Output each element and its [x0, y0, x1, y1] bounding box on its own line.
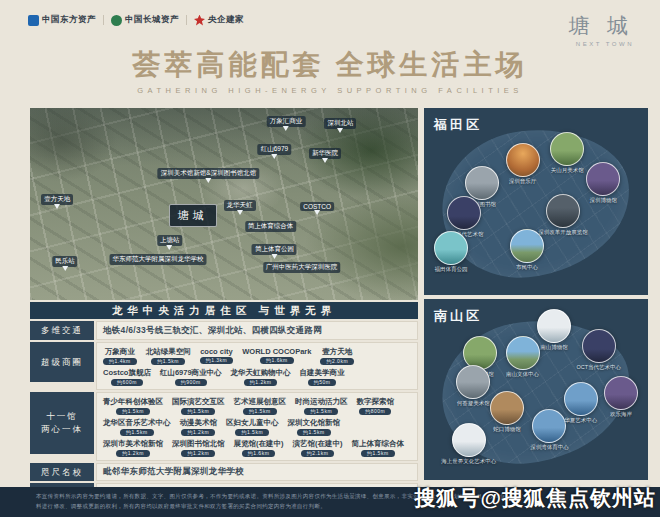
- amenity-item: 北站绿果空间约1.5km: [146, 347, 191, 365]
- china-orient-asset-logo-icon: [28, 15, 39, 26]
- amenity-item: 深圳图书馆北馆约1.2km: [172, 439, 225, 457]
- distance-pill: 约2.1km: [301, 450, 335, 457]
- distance-pill: 约800m: [359, 408, 391, 415]
- amenity-item: 青少年科创体验区约1.5km: [103, 397, 163, 415]
- distance-pill: 约1.2km: [181, 429, 215, 436]
- row-category-label: 多维交通: [30, 321, 94, 340]
- map-poi-label: 龙华天虹: [224, 200, 256, 211]
- map-marker-icon: [271, 154, 277, 162]
- venue-photo: [447, 196, 481, 230]
- table-row: 超级商圈万象商业约1.4km北站绿果空间约1.5kmcoco city约1.3k…: [30, 342, 418, 390]
- venue-label: 深圳音乐厅: [509, 178, 537, 185]
- amenity-name: 简上体育综合体: [352, 439, 405, 449]
- logo-label: 中国长城资产: [125, 14, 179, 26]
- map-marker-icon: [62, 266, 68, 274]
- logo-label: 中国东方资产: [42, 14, 96, 26]
- venue-photo: [546, 194, 580, 228]
- row-category-label: 十一馆 两心一体: [30, 392, 94, 454]
- venue-photo: [456, 365, 490, 399]
- amenity-name: 青少年科创体验区: [103, 397, 163, 407]
- amenity-item: WORLD COCOPark约1.6km: [242, 347, 311, 364]
- map-poi-label: 简上体育综合体: [245, 221, 297, 232]
- central-enterprise-logo-icon: [194, 15, 205, 26]
- venue-label: OCT当代艺术中心: [576, 364, 621, 371]
- distance-pill: 约1.5km: [361, 450, 395, 457]
- map-marker-icon: [205, 178, 211, 186]
- distance-pill: 约1.5km: [243, 408, 277, 415]
- amenity-item: 深圳文化馆新馆约1.5km: [288, 418, 341, 436]
- aerial-map: 万象汇商业深圳北站红山6979新华医院深圳美术馆新馆&深圳图书馆北馆壹方天地龙华…: [30, 108, 418, 300]
- map-marker-icon: [322, 158, 328, 166]
- amenity-item: 区妇女儿童中心约1.5km: [226, 418, 279, 436]
- amenity-name: 艺术巡展创意区: [234, 397, 287, 407]
- venue-photo: [532, 409, 566, 443]
- amenity-item: 红山6979商业中心约900m: [160, 368, 222, 386]
- amenity-item: 数字探索馆约800m: [357, 397, 395, 415]
- map-poi-label: 简上体育公园: [252, 244, 297, 255]
- amenity-item: Costco旗舰店约600m: [103, 368, 151, 386]
- slogan-banner: 龙华中央活力居住区 与世界无界: [30, 302, 418, 319]
- distance-pill: 约1.2km: [244, 379, 278, 386]
- page-subtitle-en: GATHERING HIGH-ENERGY SUPPORTING FACILIT…: [0, 86, 660, 95]
- amenity-name: 北站绿果空间: [146, 347, 191, 357]
- venue-label: 欢乐海岸: [610, 411, 632, 418]
- row-category-label: 咫尺名校: [30, 463, 94, 481]
- watermark: 搜狐号@搜狐焦点钦州站: [415, 484, 656, 512]
- venue-label: 关山月美术馆: [551, 167, 584, 174]
- venue-label: 深圳博物馆: [589, 197, 617, 204]
- distance-pill: 约1.5km: [235, 429, 269, 436]
- china-greatwall-asset-logo-icon: [111, 15, 122, 26]
- china-greatwall-asset-logo: 中国长城资产: [111, 14, 179, 26]
- venue-photo: [465, 166, 499, 200]
- amenity-name: 数字探索馆: [357, 397, 395, 407]
- amenity-name: 龙华区音乐艺术中心: [103, 418, 171, 428]
- row-text: 毗邻华东师范大学附属深圳龙华学校: [103, 466, 411, 478]
- map-marker-icon: [314, 210, 320, 218]
- amenity-item: coco city约1.3km: [200, 347, 234, 364]
- distance-pill: 约1.5km: [116, 408, 150, 415]
- map-marker-icon: [283, 126, 289, 134]
- distance-pill: 约1.2km: [116, 450, 150, 457]
- amenity-name: 时尚运动活力区: [295, 397, 348, 407]
- map-poi-label: 民乐站: [52, 256, 78, 267]
- amenity-item: 展览馆(在建中)约1.6km: [234, 439, 284, 457]
- venue-photo: [506, 143, 540, 177]
- distance-pill: 约1.2km: [181, 450, 215, 457]
- row-text: 地铁4/6/33号线三轨交汇、深圳北站、四横四纵交通路网: [103, 325, 411, 337]
- amenity-name: 区妇女儿童中心: [226, 418, 279, 428]
- amenity-name: 深圳市美术馆新馆: [103, 439, 163, 449]
- amenity-name: 深圳图书馆北馆: [172, 439, 225, 449]
- venue-photo: [434, 231, 468, 265]
- amenity-name: 演艺馆(在建中): [293, 439, 343, 449]
- amenity-name: 自建美学商业: [300, 368, 345, 378]
- distance-pill: 约50m: [308, 379, 337, 386]
- map-poi-label: 壹方天地: [41, 194, 73, 205]
- district-map-futian: 福田区深圳音乐厅深圳图书馆深圳当代艺术馆福田体育公园市民中心关山月美术馆深圳博物…: [424, 108, 648, 295]
- table-row: 多维交通地铁4/6/33号线三轨交汇、深圳北站、四横四纵交通路网: [30, 321, 418, 340]
- venue-photo: [506, 336, 540, 370]
- map-poi-label: 深圳美术馆新馆&深圳图书馆北馆: [158, 168, 259, 179]
- header-logos: 中国东方资产中国长城资产央企建家: [28, 14, 244, 26]
- distance-pill: 约600m: [111, 379, 143, 386]
- venue-label: 南山博物馆: [540, 344, 568, 351]
- amenity-name: coco city: [200, 347, 233, 356]
- brand-logo: 塘 城 NEXT TOWN: [569, 12, 634, 47]
- amenity-item: 简上体育综合体约1.5km: [352, 439, 405, 457]
- page-title: 荟萃高能配套 全球生活主场: [0, 46, 660, 84]
- amenity-item: 艺术巡展创意区约1.5km: [234, 397, 287, 415]
- amenity-name: 动漫美术馆: [180, 418, 218, 428]
- distance-pill: 约1.6km: [260, 357, 294, 364]
- distance-pill: 约1.5km: [120, 429, 154, 436]
- amenity-name: 国际演艺交互区: [172, 397, 225, 407]
- amenity-item: 演艺馆(在建中)约2.1km: [293, 439, 343, 457]
- district-title: 福田区: [434, 116, 482, 134]
- distance-pill: 约1.5km: [181, 408, 215, 415]
- venue-label: 南山文体中心: [506, 371, 539, 378]
- map-poi-label: 深圳北站: [324, 118, 356, 129]
- map-marker-icon: [237, 210, 243, 218]
- venue-photo: [604, 376, 638, 410]
- central-enterprise-logo: 央企建家: [194, 14, 244, 26]
- venue-label: 华夏艺术中心: [564, 417, 597, 424]
- map-poi-label: 上塘站: [157, 235, 183, 246]
- amenity-item: 万象商业约1.4km: [103, 347, 137, 365]
